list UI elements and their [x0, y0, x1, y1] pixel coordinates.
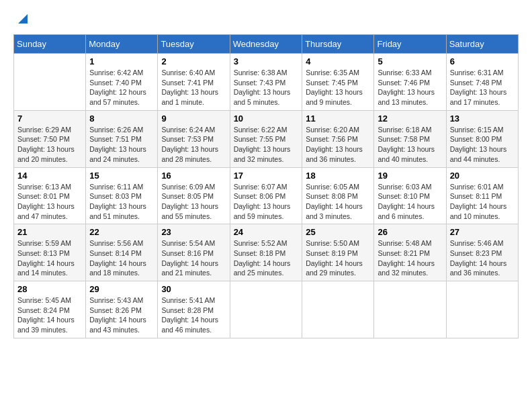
day-info: Sunrise: 5:45 AM Sunset: 8:24 PM Dayligh…: [17, 295, 82, 335]
day-number: 3: [234, 56, 299, 66]
calendar-cell: 7 Sunrise: 6:29 AM Sunset: 7:50 PM Dayli…: [14, 110, 86, 167]
calendar-cell: 5 Sunrise: 6:33 AM Sunset: 7:46 PM Dayli…: [374, 54, 446, 111]
calendar-header-tuesday: Tuesday: [158, 35, 230, 54]
calendar-cell: 11 Sunrise: 6:20 AM Sunset: 7:56 PM Dayl…: [302, 110, 374, 167]
calendar-cell: 26 Sunrise: 5:48 AM Sunset: 8:21 PM Dayl…: [374, 224, 446, 281]
day-info: Sunrise: 6:13 AM Sunset: 8:01 PM Dayligh…: [17, 182, 82, 222]
day-number: 18: [306, 171, 370, 181]
day-number: 23: [161, 227, 226, 237]
day-info: Sunrise: 6:31 AM Sunset: 7:48 PM Dayligh…: [450, 68, 515, 107]
calendar-cell: 23 Sunrise: 5:54 AM Sunset: 8:16 PM Dayl…: [158, 224, 230, 281]
calendar-header-thursday: Thursday: [302, 35, 374, 54]
calendar-cell: 19 Sunrise: 6:03 AM Sunset: 8:10 PM Dayl…: [374, 167, 446, 224]
day-number: 25: [306, 227, 370, 237]
day-info: Sunrise: 6:11 AM Sunset: 8:03 PM Dayligh…: [89, 182, 154, 222]
calendar-body: 1 Sunrise: 6:42 AM Sunset: 7:40 PM Dayli…: [14, 54, 519, 338]
day-info: Sunrise: 6:22 AM Sunset: 7:55 PM Dayligh…: [234, 125, 299, 165]
day-info: Sunrise: 5:48 AM Sunset: 8:21 PM Dayligh…: [378, 238, 442, 278]
day-info: Sunrise: 5:46 AM Sunset: 8:23 PM Dayligh…: [450, 238, 515, 278]
calendar-cell: 25 Sunrise: 5:50 AM Sunset: 8:19 PM Dayl…: [302, 224, 374, 281]
day-info: Sunrise: 5:59 AM Sunset: 8:13 PM Dayligh…: [17, 238, 82, 278]
day-info: Sunrise: 6:03 AM Sunset: 8:10 PM Dayligh…: [378, 182, 442, 222]
day-number: 27: [450, 227, 515, 237]
calendar-cell: 22 Sunrise: 5:56 AM Sunset: 8:14 PM Dayl…: [86, 224, 158, 281]
day-info: Sunrise: 5:56 AM Sunset: 8:14 PM Dayligh…: [89, 238, 154, 278]
calendar-cell: 8 Sunrise: 6:26 AM Sunset: 7:51 PM Dayli…: [86, 110, 158, 167]
day-info: Sunrise: 6:38 AM Sunset: 7:43 PM Dayligh…: [234, 68, 299, 107]
day-info: Sunrise: 6:01 AM Sunset: 8:11 PM Dayligh…: [450, 182, 515, 222]
day-number: 19: [378, 171, 442, 181]
day-number: 6: [450, 56, 515, 66]
calendar-cell: 1 Sunrise: 6:42 AM Sunset: 7:40 PM Dayli…: [86, 54, 158, 111]
day-number: 1: [89, 56, 154, 66]
day-info: Sunrise: 6:05 AM Sunset: 8:08 PM Dayligh…: [306, 182, 370, 222]
day-info: Sunrise: 6:35 AM Sunset: 7:45 PM Dayligh…: [306, 68, 370, 107]
calendar-cell: 24 Sunrise: 5:52 AM Sunset: 8:18 PM Dayl…: [230, 224, 302, 281]
svg-marker-0: [18, 14, 28, 24]
day-number: 10: [234, 113, 299, 124]
day-info: Sunrise: 6:26 AM Sunset: 7:51 PM Dayligh…: [89, 125, 154, 165]
day-number: 24: [234, 227, 299, 237]
day-number: 15: [89, 171, 154, 181]
day-info: Sunrise: 5:41 AM Sunset: 8:28 PM Dayligh…: [161, 295, 226, 335]
day-number: 21: [17, 227, 82, 237]
calendar-header-friday: Friday: [374, 35, 446, 54]
calendar-cell: 27 Sunrise: 5:46 AM Sunset: 8:23 PM Dayl…: [446, 224, 518, 281]
day-info: Sunrise: 6:42 AM Sunset: 7:40 PM Dayligh…: [89, 68, 154, 107]
calendar-cell: [446, 281, 518, 338]
calendar-week-4: 21 Sunrise: 5:59 AM Sunset: 8:13 PM Dayl…: [14, 224, 519, 281]
day-number: 30: [161, 284, 226, 294]
calendar-cell: 30 Sunrise: 5:41 AM Sunset: 8:28 PM Dayl…: [158, 281, 230, 338]
calendar-cell: [302, 281, 374, 338]
calendar-cell: [374, 281, 446, 338]
calendar-cell: 6 Sunrise: 6:31 AM Sunset: 7:48 PM Dayli…: [446, 54, 518, 111]
day-info: Sunrise: 5:50 AM Sunset: 8:19 PM Dayligh…: [306, 238, 370, 278]
day-info: Sunrise: 6:09 AM Sunset: 8:05 PM Dayligh…: [161, 182, 226, 222]
calendar-cell: 3 Sunrise: 6:38 AM Sunset: 7:43 PM Dayli…: [230, 54, 302, 111]
calendar-cell: [14, 54, 86, 111]
calendar-cell: 10 Sunrise: 6:22 AM Sunset: 7:55 PM Dayl…: [230, 110, 302, 167]
day-info: Sunrise: 6:33 AM Sunset: 7:46 PM Dayligh…: [378, 68, 442, 107]
calendar-header-row: SundayMondayTuesdayWednesdayThursdayFrid…: [14, 35, 519, 54]
day-number: 26: [378, 227, 442, 237]
day-info: Sunrise: 6:24 AM Sunset: 7:53 PM Dayligh…: [161, 125, 226, 165]
day-info: Sunrise: 6:20 AM Sunset: 7:56 PM Dayligh…: [306, 125, 370, 165]
calendar-cell: 21 Sunrise: 5:59 AM Sunset: 8:13 PM Dayl…: [14, 224, 86, 281]
day-number: 28: [17, 284, 82, 294]
day-number: 13: [450, 113, 515, 124]
day-number: 29: [89, 284, 154, 294]
calendar-cell: 2 Sunrise: 6:40 AM Sunset: 7:41 PM Dayli…: [158, 54, 230, 111]
logo: [13, 13, 28, 28]
calendar-header-sunday: Sunday: [14, 35, 86, 54]
calendar-cell: 29 Sunrise: 5:43 AM Sunset: 8:26 PM Dayl…: [86, 281, 158, 338]
day-number: 14: [17, 171, 82, 181]
day-info: Sunrise: 5:54 AM Sunset: 8:16 PM Dayligh…: [161, 238, 226, 278]
day-info: Sunrise: 5:43 AM Sunset: 8:26 PM Dayligh…: [89, 295, 154, 335]
calendar-cell: 15 Sunrise: 6:11 AM Sunset: 8:03 PM Dayl…: [86, 167, 158, 224]
day-number: 4: [306, 56, 370, 66]
calendar-cell: 9 Sunrise: 6:24 AM Sunset: 7:53 PM Dayli…: [158, 110, 230, 167]
day-number: 9: [161, 113, 226, 124]
page-header: [13, 13, 519, 28]
calendar-cell: 13 Sunrise: 6:15 AM Sunset: 8:00 PM Dayl…: [446, 110, 518, 167]
logo-icon: [15, 11, 28, 24]
calendar-cell: [230, 281, 302, 338]
day-number: 7: [17, 113, 82, 124]
calendar-header-wednesday: Wednesday: [230, 35, 302, 54]
day-number: 8: [89, 113, 154, 124]
calendar-header-saturday: Saturday: [446, 35, 518, 54]
day-info: Sunrise: 6:07 AM Sunset: 8:06 PM Dayligh…: [234, 182, 299, 222]
calendar-cell: 28 Sunrise: 5:45 AM Sunset: 8:24 PM Dayl…: [14, 281, 86, 338]
day-info: Sunrise: 6:29 AM Sunset: 7:50 PM Dayligh…: [17, 125, 82, 165]
day-number: 17: [234, 171, 299, 181]
day-info: Sunrise: 6:18 AM Sunset: 7:58 PM Dayligh…: [378, 125, 442, 165]
day-info: Sunrise: 5:52 AM Sunset: 8:18 PM Dayligh…: [234, 238, 299, 278]
calendar-cell: 18 Sunrise: 6:05 AM Sunset: 8:08 PM Dayl…: [302, 167, 374, 224]
calendar-week-2: 7 Sunrise: 6:29 AM Sunset: 7:50 PM Dayli…: [14, 110, 519, 167]
calendar-cell: 4 Sunrise: 6:35 AM Sunset: 7:45 PM Dayli…: [302, 54, 374, 111]
day-number: 20: [450, 171, 515, 181]
calendar-cell: 14 Sunrise: 6:13 AM Sunset: 8:01 PM Dayl…: [14, 167, 86, 224]
day-number: 22: [89, 227, 154, 237]
calendar-cell: 12 Sunrise: 6:18 AM Sunset: 7:58 PM Dayl…: [374, 110, 446, 167]
calendar-week-1: 1 Sunrise: 6:42 AM Sunset: 7:40 PM Dayli…: [14, 54, 519, 111]
